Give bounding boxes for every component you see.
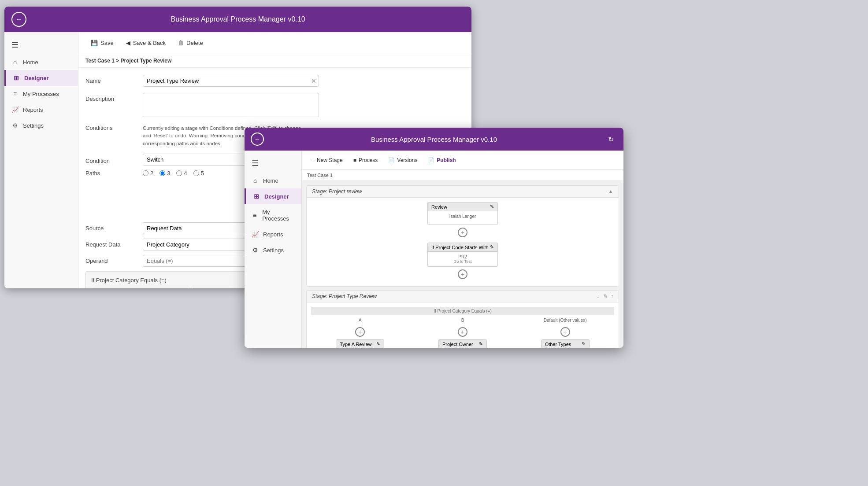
process-button[interactable]: ■ Process [349,155,382,166]
condition-node[interactable]: If Project Code Starts With ✎ PR2 Go to … [427,243,498,267]
paths-radio-3[interactable]: 3 [160,170,170,177]
description-row: Description [85,93,464,118]
review-node-add-button[interactable]: + [458,228,467,237]
path-default-add-button[interactable]: + [560,327,570,337]
paths-radio-4[interactable]: 4 [176,170,187,177]
name-row: Name ✕ [85,75,464,87]
condition-node-edit-icon[interactable]: ✎ [490,244,494,250]
condition-node-body: PR2 Go to Test [428,252,497,266]
type-a-review-header: Type A Review ✎ [336,340,384,348]
w2-sidebar-settings[interactable]: ⚙ Settings [245,242,301,258]
w2-designer-icon: ⊞ [253,193,260,200]
project-owner-node[interactable]: Project Owner ✎ Project Owner [438,339,487,348]
project-owner-edit-icon[interactable]: ✎ [479,341,483,347]
new-stage-icon: + [312,157,315,163]
name-input[interactable] [143,75,319,87]
sidebar-label-reports: Reports [23,107,43,113]
condition-label: Condition [85,155,138,164]
save-back-button[interactable]: ◀ Save & Back [121,37,171,49]
source-label: Source [85,225,138,232]
stage1-edit-icon[interactable]: ▲ [608,188,613,195]
review-node-user: Isaiah Langer [449,214,476,219]
name-input-wrap: ✕ [143,75,319,87]
description-input-wrap [143,93,319,118]
window2-title: Business Approval Process Manager v0.10 [371,136,497,143]
description-textarea[interactable] [143,93,319,117]
designer-icon: ⊞ [13,74,20,81]
w2-home-icon: ⌂ [252,177,259,184]
stage2-edit-icon[interactable]: ✎ [603,293,607,299]
review-node-container: Review ✎ Isaiah Langer + [311,202,614,240]
new-stage-button[interactable]: + New Stage [307,155,347,166]
publish-button[interactable]: 📄 Publish [423,155,460,166]
w2-sidebar-my-processes[interactable]: ≡ My Processes [245,204,301,226]
window2-refresh-button[interactable]: ↻ [604,133,617,146]
condition-node-container: If Project Code Starts With ✎ PR2 Go to … [311,243,614,282]
window1-titlebar: ← Business Approval Process Manager v0.1… [4,7,471,32]
operand-label: Operand [85,258,138,264]
breadcrumb: Test Case 1 > Project Type Review [78,54,471,68]
sidebar-label-designer: Designer [24,75,49,81]
stage-project-type-review: Stage: Project Type Review ↓ ✎ ↑ If Proj… [306,290,619,348]
versions-button[interactable]: 📄 Versions [384,155,422,166]
window2-main: + New Stage ■ Process 📄 Versions 📄 Publi… [302,151,623,348]
save-back-icon: ◀ [126,40,130,46]
my-processes-icon: ≡ [11,90,19,97]
path-a-type-select[interactable]: Static value [91,288,188,288]
sidebar-item-reports[interactable]: 📈 Reports [4,102,78,118]
other-types-title: Other Types [545,342,571,347]
stage2-content: If Project Category Equals (=) A + Type … [307,302,619,348]
w2-reports-icon: 📈 [252,231,259,238]
process-icon: ■ [353,157,356,163]
process-area[interactable]: Stage: Project review ▲ Review ✎ [302,181,623,348]
condition-node-subtitle: PR2 [431,254,494,259]
w2-sidebar-home[interactable]: ⌂ Home [245,173,301,188]
window2: ← Business Approval Process Manager v0.1… [245,128,623,348]
sidebar-item-designer[interactable]: ⊞ Designer [4,70,78,86]
other-types-header: Other Types ✎ [542,340,589,348]
review-node-title: Review [431,204,447,210]
window2-titlebar: ← Business Approval Process Manager v0.1… [245,128,623,151]
sidebar-label-home: Home [23,59,38,66]
stage2-up-icon[interactable]: ↑ [611,293,613,299]
sidebar-item-home[interactable]: ⌂ Home [4,54,78,70]
path-a-add-button[interactable]: + [355,327,365,337]
paths-radio-5[interactable]: 5 [193,170,204,177]
type-a-review-node[interactable]: Type A Review ✎ Adele Vance [336,339,384,348]
project-owner-header: Project Owner ✎ [439,340,486,348]
save-button[interactable]: 💾 Save [85,37,119,49]
name-label: Name [85,75,138,84]
window2-toolbar: + New Stage ■ Process 📄 Versions 📄 Publi… [302,151,623,170]
path-b-add-button[interactable]: + [458,327,467,337]
w2-sidebar-my-processes-label: My Processes [262,209,294,222]
delete-button[interactable]: 🗑 Delete [173,37,208,49]
sidebar-item-settings[interactable]: ⚙ Settings [4,118,78,133]
stage-project-review-header: Stage: Project review ▲ [307,186,619,198]
versions-icon: 📄 [388,157,395,163]
condition-node-add-button[interactable]: + [458,269,467,279]
sidebar-item-my-processes[interactable]: ≡ My Processes [4,86,78,102]
type-a-review-edit-icon[interactable]: ✎ [376,341,380,347]
review-node-edit-icon[interactable]: ✎ [490,204,494,210]
other-types-edit-icon[interactable]: ✎ [582,341,586,347]
switch-path-default: Default (Other values) + Other Types ✎ I… [541,318,590,348]
window2-back-button[interactable]: ← [251,133,264,146]
window1-back-button[interactable]: ← [11,12,26,27]
window2-breadcrumb: Test Case 1 [302,170,623,181]
window1-title: Business Approval Process Manager v0.10 [171,15,305,23]
w2-sidebar-hamburger[interactable]: ☰ [245,154,301,173]
window1-toolbar: 💾 Save ◀ Save & Back 🗑 Delete [78,32,471,54]
name-clear-button[interactable]: ✕ [311,77,316,85]
stage2-down-icon[interactable]: ↓ [597,293,599,299]
condition-node-header: If Project Code Starts With ✎ [428,243,497,252]
w2-sidebar-designer[interactable]: ⊞ Designer [245,188,301,204]
sidebar-hamburger[interactable]: ☰ [4,36,78,54]
window2-body: ☰ ⌂ Home ⊞ Designer ≡ My Processes 📈 Rep… [245,151,623,348]
path-b-label: B [461,318,464,323]
conditions-label: Conditions [85,125,138,131]
switch-path-b: B + Project Owner ✎ Project Owner [438,318,487,348]
w2-sidebar-reports[interactable]: 📈 Reports [245,226,301,242]
other-types-node[interactable]: Other Types ✎ Isaiah Langer [541,339,590,348]
paths-radio-2[interactable]: 2 [143,170,153,177]
review-node[interactable]: Review ✎ Isaiah Langer [427,202,498,225]
